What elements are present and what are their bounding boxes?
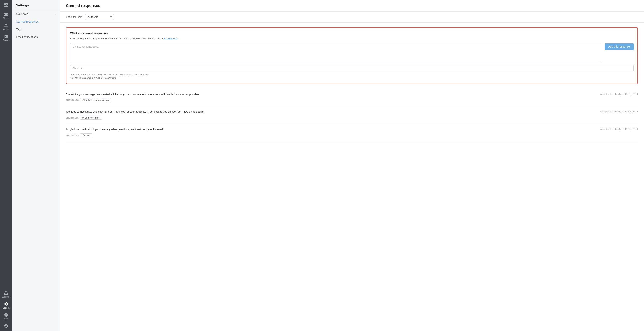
sidebar-item-reports-label: Reports	[3, 39, 10, 41]
settings-nav-tags[interactable]: Tags	[12, 26, 60, 33]
canned-item-meta: Added automatically on 13 Sep 2019	[600, 110, 638, 113]
shortcuts-label: SHORTCUTS	[66, 117, 79, 119]
team-selector-bar: Setup for team All teams	[60, 12, 644, 23]
canned-response-item: Thanks for your message. We created a ti…	[66, 89, 638, 106]
main-body: Setup for team All teams What are canned…	[60, 12, 644, 331]
sidebar-item-settings-label: Settings	[3, 307, 10, 309]
profile-icon	[4, 324, 8, 328]
icon-sidebar: Tickets Agents Reports Subscribe S	[0, 0, 12, 331]
canned-item-meta: Added automatically on 13 Sep 2019	[600, 128, 638, 131]
shortcuts-label: SHORTCUTS	[66, 99, 79, 101]
canned-response-item: I'm glad we could help! If you have any …	[66, 124, 638, 141]
sidebar-item-subscribe-label: Subscribe	[2, 296, 10, 298]
shortcut-hint: To use a canned response while respondin…	[70, 73, 634, 80]
shortcut-tag: #solved	[80, 133, 92, 137]
settings-panel: Settings Mailboxes › Canned responses Ta…	[12, 0, 60, 331]
add-form-textarea-row: Add this response	[70, 43, 634, 62]
sidebar-top: Tickets Agents Reports	[0, 0, 12, 289]
shortcut-tag: #thanks for your message	[80, 98, 111, 102]
shortcut-tag: #need more time	[80, 116, 102, 120]
settings-icon	[4, 302, 8, 306]
add-form-description: Canned responses are pre-made messages y…	[70, 37, 634, 41]
app-icon	[0, 0, 12, 10]
sidebar-item-settings[interactable]: Settings	[0, 299, 12, 310]
main-content: Canned responses Setup for team All team…	[60, 0, 644, 331]
canned-responses-list: Thanks for your message. We created a ti…	[60, 89, 644, 142]
sidebar-item-reports[interactable]: Reports	[0, 32, 12, 43]
team-selector-label: Setup for team	[66, 16, 82, 19]
settings-panel-header: Settings	[12, 0, 60, 10]
sidebar-item-agents[interactable]: Agents	[0, 21, 12, 32]
shortcut-input-wrapper: To use a canned response while respondin…	[70, 65, 634, 80]
add-form-box: What are canned responses Canned respons…	[66, 27, 638, 84]
settings-nav-mailboxes[interactable]: Mailboxes ›	[12, 10, 60, 18]
shortcuts-label: SHORTCUTS	[66, 134, 79, 137]
sidebar-bottom: Subscribe Settings Help	[0, 289, 12, 331]
chevron-right-icon: ›	[55, 13, 56, 15]
sidebar-item-agents-label: Agents	[3, 28, 9, 30]
canned-response-textarea[interactable]	[70, 43, 602, 62]
canned-item-text: Thanks for your message. We created a ti…	[66, 92, 596, 97]
ticket-icon	[4, 12, 8, 17]
page-title: Canned responses	[60, 0, 644, 12]
sidebar-item-help-label: Help	[4, 318, 8, 320]
sidebar-item-subscribe[interactable]: Subscribe	[0, 289, 12, 299]
team-selector-dropdown[interactable]: All teams	[85, 14, 114, 20]
sidebar-item-tickets-label: Tickets	[3, 17, 9, 19]
sidebar-item-profile[interactable]	[0, 321, 12, 329]
canned-item-meta: Added automatically on 13 Sep 2019	[600, 92, 638, 96]
agents-icon	[4, 23, 8, 28]
subscribe-icon	[4, 291, 8, 295]
inbox-app-icon	[4, 2, 9, 8]
sidebar-item-tickets[interactable]: Tickets	[0, 10, 12, 21]
help-icon	[4, 313, 8, 317]
settings-nav-email-notifications[interactable]: Email notifications	[12, 33, 60, 41]
add-response-button[interactable]: Add this response	[604, 43, 634, 50]
settings-nav-canned-responses[interactable]: Canned responses	[12, 18, 60, 26]
learn-more-link[interactable]: Learn more…	[164, 37, 180, 40]
sidebar-item-help[interactable]: Help	[0, 310, 12, 321]
canned-item-text: I'm glad we could help! If you have any …	[66, 128, 596, 132]
reports-icon	[4, 34, 8, 38]
add-form-title: What are canned responses	[70, 32, 634, 35]
canned-response-item: We need to investigate this issue furthe…	[66, 106, 638, 124]
canned-item-text: We need to investigate this issue furthe…	[66, 110, 596, 114]
shortcut-input[interactable]	[70, 65, 634, 71]
